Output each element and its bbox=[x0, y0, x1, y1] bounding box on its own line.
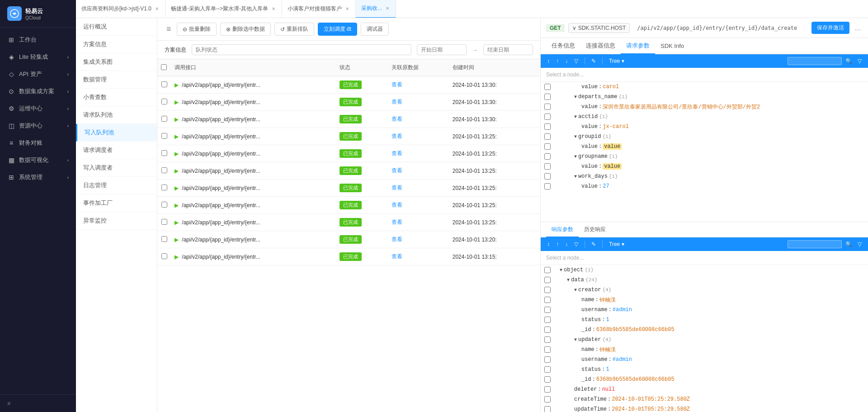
tree-expand-all-btn[interactable]: ↕ bbox=[545, 57, 552, 65]
sidebar-item-lite[interactable]: ◈ Lite 轻集成 › bbox=[0, 48, 76, 66]
sidebar-item-sys[interactable]: ⊞ 系统管理 › bbox=[0, 169, 76, 186]
checkbox-3[interactable] bbox=[161, 133, 167, 139]
start-date-input[interactable] bbox=[417, 44, 467, 55]
tree-view-label[interactable]: Tree ▾ bbox=[609, 58, 624, 64]
req-toggle-9[interactable]: ▼ bbox=[574, 174, 577, 179]
resp-cb-0[interactable] bbox=[544, 267, 551, 273]
sidebar-collapse-btn[interactable]: ≡ bbox=[0, 394, 76, 412]
sub-menu-req-scheduler[interactable]: 请求调度者 bbox=[76, 142, 157, 159]
tree-search-icon[interactable]: 🔍 bbox=[844, 57, 854, 65]
resp-edit-btn[interactable]: ✎ bbox=[590, 240, 598, 248]
req-toggle-5[interactable]: ▼ bbox=[574, 134, 577, 139]
resp-cb-5[interactable] bbox=[544, 317, 551, 323]
req-toggle-7[interactable]: ▼ bbox=[574, 154, 577, 159]
resp-filter-btn[interactable]: ▽ bbox=[572, 240, 580, 248]
re-queue-btn[interactable]: ↺ 重新排队 bbox=[274, 23, 314, 36]
view-link-3[interactable]: 查看 bbox=[392, 133, 402, 139]
checkbox-1[interactable] bbox=[161, 99, 167, 104]
checkbox-8[interactable] bbox=[161, 219, 167, 225]
view-link-0[interactable]: 查看 bbox=[392, 81, 402, 88]
host-selector[interactable]: ∨ SDK.STATIC.HOST bbox=[568, 23, 630, 33]
checkbox-4[interactable] bbox=[161, 150, 167, 156]
tab-close-tab2[interactable]: ✕ bbox=[271, 6, 276, 12]
req-cb-9[interactable] bbox=[544, 173, 551, 180]
sub-menu-data-mgmt[interactable]: 数据管理 bbox=[76, 71, 157, 89]
batch-delete-btn[interactable]: ⊖ 批量删除 bbox=[177, 23, 217, 36]
checkbox-6[interactable] bbox=[161, 185, 167, 190]
resp-cb-4[interactable] bbox=[544, 307, 551, 313]
tab-close-tab3[interactable]: ✕ bbox=[344, 6, 350, 12]
sub-menu-integration-map[interactable]: 集成关系图 bbox=[76, 53, 157, 71]
req-cb-7[interactable] bbox=[544, 153, 551, 160]
right-tab-SDK-Info[interactable]: SDK Info bbox=[655, 38, 689, 54]
resp-toggle-7[interactable]: ▼ bbox=[574, 337, 577, 342]
sidebar-item-workspace[interactable]: ⊞ 工作台 bbox=[0, 31, 76, 48]
checkbox-0[interactable] bbox=[161, 81, 167, 87]
sub-menu-write-queue[interactable]: 写入队列池 bbox=[76, 124, 157, 142]
req-toggle-3[interactable]: ▼ bbox=[574, 114, 577, 119]
right-tab-任务信息[interactable]: 任务信息 bbox=[546, 38, 580, 54]
response-tab-响应参数[interactable]: 响应参数 bbox=[546, 222, 579, 237]
view-link-9[interactable]: 查看 bbox=[392, 236, 402, 242]
sidebar-item-finance[interactable]: ≡ 财务对账 bbox=[0, 134, 76, 152]
sidebar-item-ops[interactable]: ⚙ 运维中心 › bbox=[0, 100, 76, 117]
resp-cb-11[interactable] bbox=[544, 376, 551, 383]
view-link-10[interactable]: 查看 bbox=[392, 253, 402, 260]
select-all-checkbox[interactable] bbox=[161, 64, 167, 70]
resp-cb-9[interactable] bbox=[544, 356, 551, 363]
resp-expand-btn[interactable]: ↕ bbox=[545, 240, 552, 248]
right-tab-请求参数[interactable]: 请求参数 bbox=[621, 38, 655, 54]
resp-cb-14[interactable] bbox=[544, 406, 551, 412]
tree-down-btn[interactable]: ↓ bbox=[563, 57, 570, 65]
sidebar-item-data-viz[interactable]: ▦ 数据可视化 › bbox=[0, 152, 76, 169]
view-link-4[interactable]: 查看 bbox=[392, 150, 402, 156]
more-options-btn[interactable]: ... bbox=[853, 22, 863, 34]
sub-menu-event-factory[interactable]: 事件加工厂 bbox=[76, 194, 157, 212]
sub-menu-xq-query[interactable]: 小青查数 bbox=[76, 89, 157, 106]
req-cb-0[interactable] bbox=[544, 84, 551, 90]
req-cb-3[interactable] bbox=[544, 114, 551, 120]
resp-cb-7[interactable] bbox=[544, 336, 551, 343]
debug-btn[interactable]: 调试器 bbox=[361, 23, 389, 36]
sub-menu-req-queue[interactable]: 请求队列池 bbox=[76, 106, 157, 124]
resp-cb-13[interactable] bbox=[544, 396, 551, 403]
tree-search-input[interactable] bbox=[788, 57, 842, 65]
checkbox-7[interactable] bbox=[161, 202, 167, 208]
resp-cb-8[interactable] bbox=[544, 346, 551, 353]
save-activate-btn[interactable]: 保存并激活 bbox=[811, 22, 849, 34]
sub-menu-exception-monitor[interactable]: 异常监控 bbox=[76, 212, 157, 230]
resp-cb-1[interactable] bbox=[544, 277, 551, 283]
delete-selected-btn[interactable]: ⊗ 删除选中数据 bbox=[220, 23, 271, 36]
req-cb-1[interactable] bbox=[544, 94, 551, 100]
tab-tab2[interactable]: 畅捷通-采购入库单-->聚水潭-其他入库单 ✕ bbox=[165, 0, 282, 18]
end-date-input[interactable] bbox=[483, 44, 533, 55]
req-cb-10[interactable] bbox=[544, 183, 551, 189]
view-link-6[interactable]: 查看 bbox=[392, 185, 402, 191]
checkbox-10[interactable] bbox=[161, 253, 167, 259]
tab-tab3[interactable]: 小满客户对接领猫客户 ✕ bbox=[282, 0, 356, 18]
resp-down-btn[interactable]: ↓ bbox=[563, 240, 570, 248]
view-link-5[interactable]: 查看 bbox=[392, 167, 402, 174]
menu-icon[interactable]: ≡ bbox=[165, 23, 173, 36]
resp-toggle-1[interactable]: ▼ bbox=[567, 278, 570, 283]
tab-close-tab4[interactable]: ✕ bbox=[385, 5, 390, 11]
tab-close-tab1[interactable]: ✕ bbox=[154, 6, 160, 12]
sidebar-item-api[interactable]: ◇ API 资产 › bbox=[0, 66, 76, 83]
sub-menu-solution-info[interactable]: 方案信息 bbox=[76, 36, 157, 53]
schedule-btn[interactable]: 立刻调度 dt bbox=[318, 23, 357, 36]
resp-cb-10[interactable] bbox=[544, 366, 551, 373]
tree-up-btn[interactable]: ↑ bbox=[554, 57, 561, 65]
tab-tab4[interactable]: 采购收... ✕ bbox=[356, 0, 396, 18]
view-link-8[interactable]: 查看 bbox=[392, 219, 402, 225]
view-link-2[interactable]: 查看 bbox=[392, 116, 402, 122]
view-link-7[interactable]: 查看 bbox=[392, 202, 402, 208]
resp-cb-3[interactable] bbox=[544, 297, 551, 303]
resp-toggle-0[interactable]: ▼ bbox=[560, 268, 562, 273]
queue-status-input[interactable] bbox=[192, 44, 411, 55]
tree-filter-btn[interactable]: ▽ bbox=[572, 57, 580, 65]
sidebar-item-data-integration[interactable]: ⊙ 数据集成方案 › bbox=[0, 83, 76, 100]
tree-search-options[interactable]: ▽ bbox=[856, 57, 863, 65]
resp-search-input[interactable] bbox=[788, 240, 842, 248]
req-toggle-1[interactable]: ▼ bbox=[574, 95, 577, 99]
resp-cb-6[interactable] bbox=[544, 327, 551, 333]
